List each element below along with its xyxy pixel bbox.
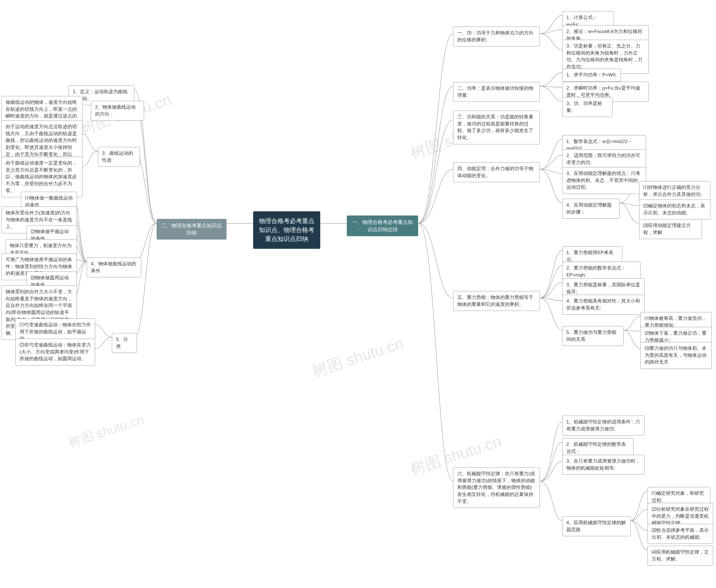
t1-heading[interactable]: 一、功：功等于力和物体沿力的方向的位移的乘积; [453,26,540,46]
t5-l4[interactable]: 4、重力势能具有相对性：其大小和所选参考系有关; [562,295,645,315]
t3-heading[interactable]: 三、功和能的关系：功是能的转换量度，做功的过程就是能量转换的过程。做了多少功，就… [453,110,540,144]
mindmap-canvas: 树图 shutu.cn 树图 shutu.cn 树图 shutu.cn 树图 s… [0,0,716,588]
c5-heading[interactable]: 5、分类 [112,333,137,353]
t6-l4d[interactable]: ⑷应用机械能守恒定律，立方程、求解; [648,546,713,566]
section1-node[interactable]: 一、物理合格考必考重点知识点归纳总结 [347,215,418,236]
section2-node[interactable]: 二、物理合格考重点知识点归纳 [157,219,226,239]
c4-heading[interactable]: 4、物体做曲线运动的条件 [87,257,141,277]
root-node[interactable]: 物理合格考必考重点知识点、物理合格考重点知识点归纳 [253,211,320,249]
t4-l4b[interactable]: ⑵确定物体的初态和末态，表示出初、末态的动能; [639,200,710,219]
t6-l4[interactable]: 4、应用机械能守恒定律的解题思路 [562,516,631,536]
c2-heading[interactable]: 2、物体做曲线运动的方向： [91,101,144,121]
t5-l5[interactable]: 5、重力做功与重力势能间的关系 [562,326,624,346]
t6-heading[interactable]: 六、机械能守恒定律：在只有重力(或弹簧弹力做功)的情形下，物体的动能和势能(重力… [453,467,540,508]
t2-l3[interactable]: 3、功、功率是标量; [562,97,612,117]
c5-n2[interactable]: ⑵非匀变速曲线运动：物体在变力(大小、方向变或两者均变)作用下所做的曲线运动，如… [15,339,95,365]
t2-l1[interactable]: 1、求平均功率：P=W/t; [562,68,621,82]
t4-l4a[interactable]: ⑴对物体进行正确的受力分析，求出合外力及其做的功; [639,181,710,201]
t6-l1[interactable]: 1、机械能守恒定律的适用条件：只有重力或弹簧弹力做功; [562,416,645,436]
c3-n2[interactable]: 由于曲线运动速度一定是变化的，至少其方向总是不断变化的，所以，做曲线运动的物体的… [1,157,83,197]
t4-l3[interactable]: 3、应用动能定理解题的优点：只考虑物体的初、末态，不管其中间的运动过程; [562,167,646,194]
c3-heading[interactable]: 3、曲线运动的性质 [98,147,140,167]
watermark: 树图 shutu.cn [310,333,406,382]
t2-heading[interactable]: 二、功率：是表示物体做功快慢的物理量; [453,82,540,102]
t5-heading[interactable]: 五、重力势能：物体的重力势能等于物体的重量和它的速度的乘积。 [453,291,540,311]
watermark: 树图 shutu.cn [66,411,146,451]
t4-heading[interactable]: 四、动能定理：合外力做的功等于物体动能的变化。 [453,162,540,182]
t4-l4c[interactable]: ⑶应用动能定理建立方程，求解 [639,219,702,239]
t5-l5c[interactable]: ⑶重力做的功只与物体初、末为置的高度有关，与物体运动的路径无关 [641,342,712,369]
t6-l3[interactable]: 3、在只有重力或弹簧弹力做功时，物体的机械能处处相等; [562,455,645,475]
t4-l4[interactable]: 4、应用动能定理解题的步骤： [562,199,620,218]
t6-l4c[interactable]: ⑶恰当选择参考平面，表示出初、末状态的机械能; [648,524,713,544]
t4-l2[interactable]: 2、适用范围：既可求恒力的功亦可求变力的功; [562,149,646,169]
